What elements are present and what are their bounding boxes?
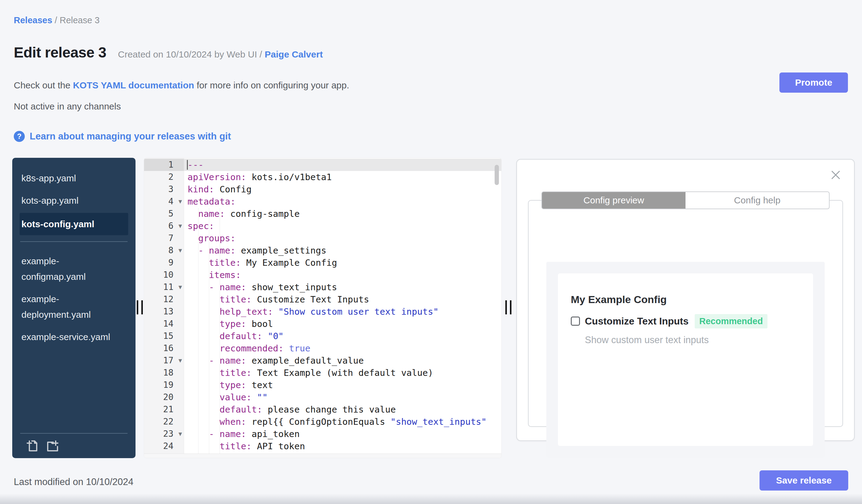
fold-arrow-icon[interactable]: ▼ bbox=[179, 220, 182, 232]
code-line[interactable]: 2apiVersion: kots.io/v1beta1 bbox=[144, 171, 501, 183]
fold-arrow-icon[interactable]: ▼ bbox=[179, 427, 182, 440]
file-item-k8s-app.yaml[interactable]: k8s-app.yaml bbox=[12, 167, 135, 189]
customize-text-inputs-checkbox[interactable] bbox=[571, 317, 580, 326]
code-text: title: API token bbox=[184, 440, 501, 452]
tab-config-preview[interactable]: Config preview bbox=[542, 192, 685, 209]
code-line[interactable]: 20 value: "" bbox=[144, 391, 501, 403]
line-number: 7 bbox=[144, 232, 184, 244]
sidebar-action-icons bbox=[12, 439, 135, 453]
config-group-title: My Example Config bbox=[571, 293, 801, 306]
code-text: value: "" bbox=[184, 391, 501, 403]
code-text: title: Text Example (with default value) bbox=[184, 367, 501, 379]
breadcrumb-current: Release 3 bbox=[60, 15, 100, 25]
code-line[interactable]: 14 type: bool bbox=[144, 318, 501, 330]
config-item-row: Customize Text Inputs Recommended bbox=[571, 315, 801, 327]
breadcrumb-releases-link[interactable]: Releases bbox=[14, 15, 52, 25]
tab-config-help[interactable]: Config help bbox=[685, 192, 829, 209]
last-modified-text: Last modified on 10/10/2024 bbox=[14, 477, 133, 488]
config-preview-panel: My Example Config Customize Text Inputs … bbox=[516, 159, 855, 441]
file-label: k8s-app.yaml bbox=[22, 170, 76, 186]
file-label: kots-config.yaml bbox=[22, 216, 94, 232]
code-text: help_text: "Show custom user text inputs… bbox=[184, 306, 501, 318]
line-number: 5 bbox=[144, 208, 184, 220]
code-line[interactable]: 6▼spec: bbox=[144, 220, 501, 232]
code-text: spec: bbox=[184, 220, 501, 232]
line-number: 13 bbox=[144, 306, 184, 318]
sidebar-actions bbox=[12, 433, 135, 453]
fold-arrow-icon[interactable]: ▼ bbox=[179, 244, 182, 256]
code-line[interactable]: 4▼metadata: bbox=[144, 196, 501, 208]
code-text: metadata: bbox=[184, 196, 501, 208]
line-number: 1 bbox=[144, 159, 184, 171]
add-file-icon[interactable] bbox=[25, 439, 39, 453]
code-line[interactable]: 19 type: text bbox=[144, 379, 501, 391]
created-author-link[interactable]: Paige Calvert bbox=[265, 49, 323, 59]
line-number: 15 bbox=[144, 330, 184, 342]
fold-arrow-icon[interactable]: ▼ bbox=[179, 281, 182, 293]
file-item-kots-config.yaml[interactable]: kots-config.yaml bbox=[19, 213, 128, 235]
code-line[interactable]: 3kind: Config bbox=[144, 183, 501, 196]
bottom-fade bbox=[0, 494, 862, 504]
code-text: default: please change this value bbox=[184, 403, 501, 416]
editor-horizontal-scrollbar[interactable] bbox=[144, 453, 501, 458]
line-number: 3 bbox=[144, 183, 184, 196]
line-number: 23▼ bbox=[144, 428, 184, 440]
code-line[interactable]: 16 recommended: true bbox=[144, 342, 501, 355]
code-line[interactable]: 18 title: Text Example (with default val… bbox=[144, 367, 501, 379]
file-item-example-deployment.yaml[interactable]: example-deployment.yaml bbox=[12, 288, 135, 326]
line-number: 16 bbox=[144, 342, 184, 355]
line-number: 20 bbox=[144, 391, 184, 403]
pane-resize-handle-right[interactable] bbox=[505, 300, 511, 314]
edit-release-page: Releases / Release 3 Edit release 3 Crea… bbox=[0, 0, 862, 504]
close-icon[interactable] bbox=[830, 169, 842, 181]
git-releases-link[interactable]: Learn about managing your releases with … bbox=[30, 131, 231, 142]
line-number: 21 bbox=[144, 403, 184, 416]
code-line[interactable]: 7 groups: bbox=[144, 232, 501, 244]
code-text: - name: api_token bbox=[184, 428, 501, 440]
code-line[interactable]: 11▼ - name: show_text_inputs bbox=[144, 281, 501, 293]
code-line[interactable]: 22 when: repl{{ ConfigOptionEquals "show… bbox=[144, 416, 501, 428]
created-text: Created on 10/10/2024 by Web UI / bbox=[118, 49, 265, 59]
line-number: 12 bbox=[144, 293, 184, 306]
code-line[interactable]: 9 title: My Example Config bbox=[144, 256, 501, 269]
code-text: name: config-sample bbox=[184, 208, 501, 220]
file-item-kots-app.yaml[interactable]: kots-app.yaml bbox=[12, 189, 135, 212]
fold-arrow-icon[interactable]: ▼ bbox=[179, 354, 182, 367]
code-line[interactable]: 13 help_text: "Show custom user text inp… bbox=[144, 306, 501, 318]
file-list: k8s-app.yamlkots-app.yamlkots-config.yam… bbox=[12, 158, 135, 348]
file-item-example-configmap.yaml[interactable]: example-configmap.yaml bbox=[12, 250, 135, 288]
line-number: 17▼ bbox=[144, 355, 184, 367]
line-number: 6▼ bbox=[144, 220, 184, 232]
code-line[interactable]: 15 default: "0" bbox=[144, 330, 501, 342]
code-text: type: text bbox=[184, 379, 501, 391]
file-item-example-service.yaml[interactable]: example-service.yaml bbox=[12, 326, 135, 348]
promote-button[interactable]: Promote bbox=[780, 72, 848, 93]
code-line[interactable]: 17▼ - name: example_default_value bbox=[144, 355, 501, 367]
breadcrumb: Releases / Release 3 bbox=[14, 15, 100, 25]
code-line[interactable]: 5 name: config-sample bbox=[144, 208, 501, 220]
question-circle-icon[interactable]: ? bbox=[14, 131, 25, 142]
doc-text-before: Check out the bbox=[14, 80, 73, 90]
git-help-row: ? Learn about managing your releases wit… bbox=[14, 131, 231, 142]
save-release-button[interactable]: Save release bbox=[759, 470, 848, 491]
line-number: 10 bbox=[144, 269, 184, 281]
pane-resize-handle-left[interactable] bbox=[137, 300, 143, 314]
code-line[interactable]: 23▼ - name: api_token bbox=[144, 428, 501, 440]
editor-vertical-scrollbar[interactable] bbox=[495, 165, 499, 185]
code-line[interactable]: 1--- bbox=[144, 159, 501, 171]
code-line[interactable]: 12 title: Customize Text Inputs bbox=[144, 293, 501, 306]
yaml-editor[interactable]: 1---2apiVersion: kots.io/v1beta13kind: C… bbox=[144, 158, 502, 458]
line-number: 24 bbox=[144, 440, 184, 452]
add-folder-icon[interactable] bbox=[45, 439, 60, 453]
code-text: kind: Config bbox=[184, 183, 501, 196]
kots-yaml-doc-link[interactable]: KOTS YAML documentation bbox=[73, 80, 194, 90]
code-line[interactable]: 8▼ - name: example_settings bbox=[144, 244, 501, 256]
fold-arrow-icon[interactable]: ▼ bbox=[179, 195, 182, 207]
code-line[interactable]: 10 items: bbox=[144, 269, 501, 281]
code-line[interactable]: 21 default: please change this value bbox=[144, 403, 501, 416]
code-text: default: "0" bbox=[184, 330, 501, 342]
recommended-badge: Recommended bbox=[695, 314, 768, 329]
code-text: type: bool bbox=[184, 318, 501, 330]
code-line[interactable]: 24 title: API token bbox=[144, 440, 501, 452]
config-item-label: Customize Text Inputs bbox=[585, 316, 689, 327]
